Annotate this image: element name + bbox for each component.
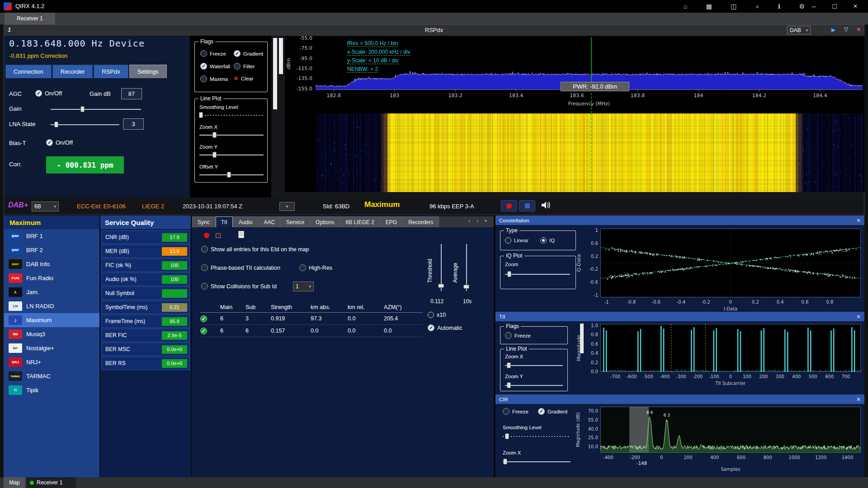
sidebar-item-maximum[interactable]: ♪Maximum — [4, 313, 99, 327]
tab-map[interactable]: Map — [4, 477, 25, 488]
flag-gradient[interactable]: Gradient — [234, 50, 263, 57]
phase-tii-checkbox[interactable]: Phase-based TII calculation — [201, 264, 280, 271]
status-icon[interactable]: ● — [755, 3, 759, 10]
slider-thumb[interactable] — [212, 152, 217, 158]
tii-freeze-checkbox[interactable]: Freeze — [505, 332, 531, 339]
smoothing-level-slider[interactable] — [199, 112, 264, 118]
slider-thumb[interactable] — [80, 106, 85, 112]
zoom-y-slider[interactable] — [199, 151, 264, 158]
sidebar-item-jam[interactable]: J.Jam. — [4, 285, 99, 299]
offset-y-slider[interactable] — [199, 171, 264, 178]
scrollbar[interactable] — [580, 324, 584, 353]
automatic-checkbox[interactable]: Automatic — [428, 324, 462, 331]
highres-checkbox[interactable]: High-Res — [299, 264, 332, 271]
filter-icon[interactable]: ▽ — [844, 26, 848, 33]
tabs-more-icon[interactable]: ▾ — [485, 218, 487, 223]
close-receiver-icon[interactable]: × — [857, 26, 860, 33]
sidebar-item-tarmac[interactable]: TARMACTARMAC — [4, 369, 99, 383]
tii-zoom-x-slider[interactable] — [505, 362, 563, 369]
row-checkbox-icon[interactable] — [200, 315, 207, 322]
lna-state-value[interactable]: 3 — [123, 118, 144, 130]
close-button[interactable]: × — [847, 0, 863, 13]
sidebar-item-nostalgie[interactable]: N+Nostalgie+ — [4, 341, 99, 355]
play-icon[interactable]: ▶ — [831, 27, 835, 33]
sidebar-item-brf-1[interactable]: BRFBRF 1 — [4, 229, 99, 243]
tab-tii[interactable]: TII — [216, 216, 233, 227]
tab-settings[interactable]: Settings — [129, 65, 167, 78]
sidebar-item-fun-radio[interactable]: FUNFun Radio — [4, 271, 99, 285]
tab-recorders[interactable]: Recorders — [403, 216, 439, 227]
sidebar-item-dab-info[interactable]: dab+DAB Info — [4, 257, 99, 271]
cir-plot[interactable] — [573, 404, 864, 476]
minimize-button[interactable]: ─ — [806, 0, 822, 13]
tab-options[interactable]: Options — [310, 216, 340, 227]
speaker-icon[interactable] — [541, 201, 552, 211]
tab-connection[interactable]: Connection — [5, 65, 52, 78]
slider-thumb[interactable] — [503, 459, 507, 465]
channel-select[interactable]: 6B▾ — [32, 202, 59, 211]
zoom-x-slider[interactable] — [199, 131, 264, 138]
tab-audio[interactable]: Audio — [233, 216, 258, 227]
sidebar-item-tipik[interactable]: T!Tipik — [4, 383, 99, 397]
slider-thumb[interactable] — [463, 285, 469, 289]
home-icon[interactable]: ⌂ — [684, 3, 687, 10]
stop-button[interactable] — [519, 200, 535, 211]
mode-select[interactable]: DAB▾ — [787, 26, 811, 34]
settings-icon[interactable]: ⚙ — [799, 3, 805, 10]
flag-filter[interactable]: Filter — [234, 63, 255, 70]
grid-icon[interactable]: ▦ — [706, 3, 712, 10]
sidebar-item-musiq3[interactable]: M3Musiq3 — [4, 327, 99, 341]
tabs-prev-icon[interactable]: ‹ — [468, 217, 470, 224]
record-button[interactable] — [501, 200, 517, 211]
tab-recorder[interactable]: Recorder — [52, 65, 93, 78]
tab-rspdx[interactable]: RSPdx — [94, 65, 128, 78]
lna-state-slider[interactable] — [51, 121, 119, 128]
table-row[interactable]: 630.91997.30.0205.4 — [200, 313, 423, 325]
tab-receiver-1[interactable]: Receiver 1 — [5, 13, 55, 24]
cir-zoom-x-slider[interactable] — [503, 458, 571, 465]
record-icon[interactable] — [204, 233, 209, 238]
gain-slider[interactable] — [51, 106, 141, 113]
maximize-button[interactable]: ☐ — [826, 0, 843, 13]
slider-thumb[interactable] — [507, 382, 511, 388]
tii-zoom-y-slider[interactable] — [505, 382, 563, 389]
cir-gradient-checkbox[interactable]: Gradient — [538, 408, 567, 415]
close-icon[interactable]: ✕ — [856, 396, 861, 403]
tii-subcarrier-plot[interactable] — [573, 321, 864, 394]
corr-button[interactable]: - 000.831 ppm — [46, 156, 124, 174]
show-all-checkbox[interactable]: Show all entries for this EId on the map — [201, 246, 309, 253]
slider-thumb[interactable] — [212, 132, 217, 138]
slider-thumb[interactable] — [507, 362, 511, 368]
close-icon[interactable]: ✕ — [856, 217, 861, 224]
average-slider[interactable] — [463, 244, 470, 291]
iq-zoom-slider[interactable] — [505, 271, 570, 277]
slider-thumb[interactable] — [507, 271, 511, 277]
info-icon[interactable]: ℹ — [778, 3, 780, 10]
collisions-checkbox[interactable]: Show Collisions for Sub Id — [201, 283, 277, 290]
radio-linear[interactable]: Linear — [505, 237, 528, 244]
agc-onoff-checkbox[interactable]: On/Off — [35, 90, 62, 97]
threshold-slider[interactable] — [438, 244, 444, 291]
stop-icon[interactable] — [216, 233, 221, 238]
map-icon[interactable]: ◫ — [731, 3, 736, 10]
flag-waterfall[interactable]: Waterfall — [200, 63, 230, 70]
flag-freeze[interactable]: Freeze — [200, 50, 226, 57]
tab-sync[interactable]: Sync — [192, 216, 215, 227]
slider-thumb[interactable] — [438, 284, 444, 288]
tab-service[interactable]: Service — [281, 216, 310, 227]
service-select[interactable]: ▾ — [279, 202, 295, 211]
slider-thumb[interactable] — [227, 172, 231, 178]
sidebar-item-brf-2[interactable]: BRFBRF 2 — [4, 243, 99, 257]
slider-thumb[interactable] — [199, 112, 203, 118]
sidebar-item-nrj[interactable]: NRJNRJ+ — [4, 355, 99, 369]
slider-thumb[interactable] — [505, 433, 509, 439]
flag-maxima[interactable]: Maxima — [200, 75, 228, 82]
tab-6b-liege-2[interactable]: 6B LIEGE 2 — [340, 216, 379, 227]
gain-db-value[interactable]: 87 — [121, 88, 142, 99]
tabs-next-icon[interactable]: › — [476, 217, 478, 224]
document-icon[interactable] — [238, 231, 244, 239]
cir-smoothing-slider[interactable] — [503, 433, 571, 440]
slider-thumb[interactable] — [54, 122, 58, 127]
close-icon[interactable]: ✕ — [856, 314, 861, 320]
tab-receiver-1-status[interactable]: Receiver 1 — [26, 477, 76, 488]
